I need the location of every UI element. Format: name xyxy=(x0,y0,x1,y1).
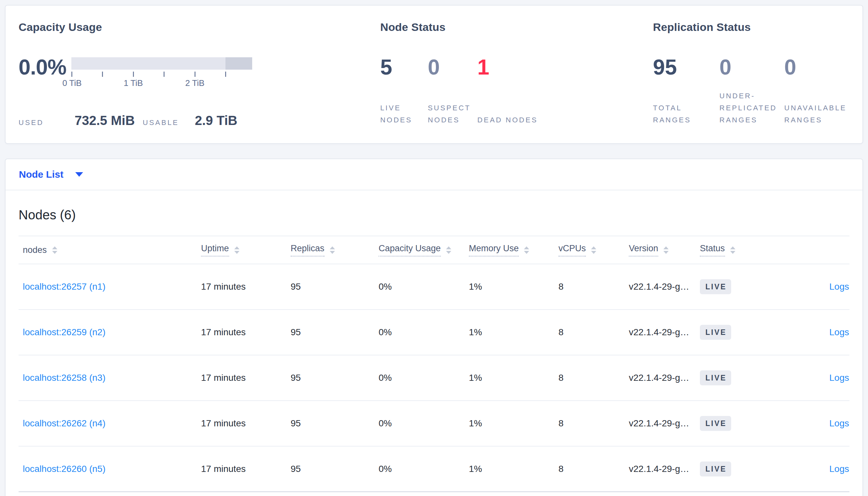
column-header-replicas[interactable]: Replicas xyxy=(290,244,379,257)
status-cell: LIVE xyxy=(700,462,784,477)
version-cell: v22.1.4-29-g… xyxy=(629,373,700,383)
status-cell: LIVE xyxy=(700,279,784,294)
column-header-memory-use[interactable]: Memory Use xyxy=(469,244,558,257)
column-header-nodes[interactable]: nodes xyxy=(18,245,201,255)
version-cell: v22.1.4-29-g… xyxy=(629,464,700,474)
status-badge: LIVE xyxy=(700,325,731,340)
total-ranges-stat: 95 TOTAL RANGES xyxy=(653,56,719,126)
uptime-cell: 17 minutes xyxy=(201,464,290,474)
capacity-bar-track xyxy=(71,57,252,69)
cluster-overview-page: Capacity Usage 0.0% 0 TiB 1 TiB 2 TiB xyxy=(0,0,868,496)
replicas-cell: 95 xyxy=(290,464,379,474)
node-link[interactable]: localhost:26260 (n5) xyxy=(23,464,106,474)
capacity-usage-cell: 0% xyxy=(379,327,469,338)
total-ranges-label: TOTAL RANGES xyxy=(653,102,719,126)
tick-label-1: 1 TiB xyxy=(123,78,143,88)
uptime-cell: 17 minutes xyxy=(201,418,290,429)
version-cell: v22.1.4-29-g… xyxy=(629,418,700,429)
suspect-nodes-label: SUSPECT NODES xyxy=(428,102,477,126)
status-badge: LIVE xyxy=(700,462,731,477)
sort-icon xyxy=(446,246,451,254)
node-link[interactable]: localhost:26258 (n3) xyxy=(23,373,106,383)
column-header-vcpus[interactable]: vCPUs xyxy=(558,244,629,257)
cluster-summary-panel: Capacity Usage 0.0% 0 TiB 1 TiB 2 TiB xyxy=(5,5,863,144)
node-list-dropdown[interactable]: Node List xyxy=(5,159,863,190)
version-cell: v22.1.4-29-g… xyxy=(629,281,700,292)
live-nodes-label: LIVE NODES xyxy=(380,102,428,126)
suspect-nodes-value: 0 xyxy=(428,56,477,78)
capacity-usage-title: Capacity Usage xyxy=(18,20,380,34)
status-cell: LIVE xyxy=(700,416,784,431)
capacity-gauge: 0.0% 0 TiB 1 TiB 2 TiB xyxy=(18,56,380,89)
uptime-cell: 17 minutes xyxy=(201,327,290,338)
table-row: localhost:26259 (n2) 17 minutes 95 0% 1%… xyxy=(18,310,850,355)
node-cell: localhost:26259 (n2) xyxy=(18,327,201,338)
dead-nodes-label: DEAD NODES xyxy=(477,114,549,126)
usable-label: USABLE xyxy=(143,119,195,127)
logs-cell: Logs xyxy=(784,418,850,429)
capacity-usage-cell: 0% xyxy=(379,373,469,383)
status-cell: LIVE xyxy=(700,370,784,385)
table-row: localhost:26262 (n4) 17 minutes 95 0% 1%… xyxy=(18,401,850,447)
status-cell: LIVE xyxy=(700,325,784,340)
sort-icon xyxy=(730,246,735,254)
node-link[interactable]: localhost:26262 (n4) xyxy=(23,418,106,428)
column-header-capacity-usage[interactable]: Capacity Usage xyxy=(379,244,469,257)
capacity-usage-cell: 0% xyxy=(379,418,469,429)
logs-link[interactable]: Logs xyxy=(829,418,849,428)
logs-cell: Logs xyxy=(784,464,850,474)
memory-use-cell: 1% xyxy=(469,327,558,338)
vcpus-cell: 8 xyxy=(558,327,629,338)
logs-link[interactable]: Logs xyxy=(829,281,849,292)
replicas-cell: 95 xyxy=(290,281,379,292)
node-cell: localhost:26262 (n4) xyxy=(18,418,201,429)
tick-label-2: 2 TiB xyxy=(185,78,204,88)
replicas-cell: 95 xyxy=(290,418,379,429)
total-ranges-value: 95 xyxy=(653,56,719,78)
tick-label-0: 0 TiB xyxy=(62,78,81,88)
node-cell: localhost:26257 (n1) xyxy=(18,281,201,292)
logs-link[interactable]: Logs xyxy=(829,373,849,383)
node-cell: localhost:26258 (n3) xyxy=(18,373,201,383)
vcpus-cell: 8 xyxy=(558,418,629,429)
live-nodes-value: 5 xyxy=(380,56,428,78)
memory-use-cell: 1% xyxy=(469,418,558,429)
sort-icon xyxy=(234,246,239,254)
capacity-bar-reserved-segment xyxy=(225,57,252,69)
status-badge: LIVE xyxy=(700,279,731,294)
table-body: localhost:26257 (n1) 17 minutes 95 0% 1%… xyxy=(18,264,850,492)
capacity-usage-cell: 0% xyxy=(379,281,469,292)
sort-icon xyxy=(524,246,529,254)
vcpus-cell: 8 xyxy=(558,373,629,383)
logs-link[interactable]: Logs xyxy=(829,327,849,337)
node-status-section: Node Status 5 LIVE NODES 0 SUSPECT NODES… xyxy=(380,20,653,143)
replication-status-section: Replication Status 95 TOTAL RANGES 0 UND… xyxy=(653,20,863,143)
column-header-uptime[interactable]: Uptime xyxy=(201,244,290,257)
table-row: localhost:26258 (n3) 17 minutes 95 0% 1%… xyxy=(18,355,850,401)
vcpus-cell: 8 xyxy=(558,464,629,474)
dead-nodes-value: 1 xyxy=(477,56,549,78)
usable-value: 2.9 TiB xyxy=(195,113,237,128)
table-row: localhost:26260 (n5) 17 minutes 95 0% 1%… xyxy=(18,447,850,492)
sort-icon xyxy=(330,246,335,254)
status-badge: LIVE xyxy=(700,370,731,385)
logs-cell: Logs xyxy=(784,327,850,338)
column-header-version[interactable]: Version xyxy=(629,244,700,257)
replicas-cell: 95 xyxy=(290,327,379,338)
capacity-used-usable-row: USED 732.5 MiB USABLE 2.9 TiB xyxy=(18,113,380,128)
under-replicated-ranges-stat: 0 UNDER-REPLICATED RANGES xyxy=(719,56,784,126)
dead-nodes-stat: 1 DEAD NODES xyxy=(477,56,549,126)
vcpus-cell: 8 xyxy=(558,281,629,292)
node-status-title: Node Status xyxy=(380,20,653,34)
node-link[interactable]: localhost:26259 (n2) xyxy=(23,327,106,337)
node-link[interactable]: localhost:26257 (n1) xyxy=(23,281,106,292)
sort-icon xyxy=(663,246,669,254)
sort-icon xyxy=(591,246,596,254)
logs-cell: Logs xyxy=(784,281,850,292)
memory-use-cell: 1% xyxy=(469,373,558,383)
column-header-status[interactable]: Status xyxy=(700,244,784,257)
logs-link[interactable]: Logs xyxy=(829,464,849,474)
table-header-row: nodes Uptime Replicas Capacity Usage Mem… xyxy=(18,236,850,264)
suspect-nodes-stat: 0 SUSPECT NODES xyxy=(428,56,477,126)
status-badge: LIVE xyxy=(700,416,731,431)
